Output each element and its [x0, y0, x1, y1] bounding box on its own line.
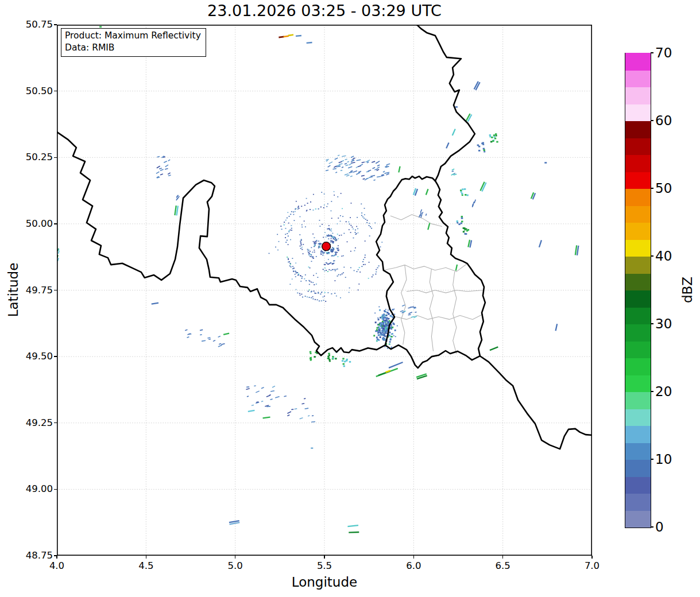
y-tick-label: 49.50: [17, 351, 53, 362]
grid-lines: [57, 25, 592, 556]
x-tick-mark: [146, 556, 146, 559]
x-tick-mark: [324, 556, 324, 559]
x-axis-label: Longitude: [57, 575, 592, 590]
colorbar-segment: [625, 324, 651, 341]
radar-figure: 23.01.2026 03:25 - 03:29 UTC Product: Ma…: [0, 0, 700, 597]
colorbar-segment: [625, 476, 651, 494]
colorbar-segment: [625, 104, 651, 121]
colorbar-tick-mark: [651, 255, 653, 256]
colorbar-segment: [625, 307, 651, 324]
product-info-box: Product: Maximum Reflectivity Data: RMIB: [61, 28, 206, 57]
y-tick-mark: [54, 555, 57, 556]
colorbar-tick-label: 50: [655, 180, 672, 196]
colorbar-segment: [625, 409, 651, 426]
colorbar-segment: [625, 53, 651, 70]
y-tick-label: 50.50: [17, 86, 53, 97]
regional-borders: [384, 215, 484, 354]
y-tick-mark: [54, 422, 57, 423]
colorbar-tick-mark: [651, 459, 653, 459]
colorbar-segment: [625, 375, 651, 392]
y-tick-mark: [54, 356, 57, 356]
x-tick-label: 6.0: [406, 560, 421, 571]
colorbar-segment: [625, 358, 651, 375]
y-tick-mark: [54, 223, 57, 224]
data-source-label: Data: RMIB: [65, 42, 201, 54]
colorbar-tick-label: 0: [655, 519, 664, 535]
colorbar-tick-mark: [651, 323, 653, 324]
colorbar-segment: [625, 425, 651, 443]
x-tick-mark: [56, 556, 57, 559]
colorbar-segment: [625, 510, 651, 528]
colorbar-tick-label: 10: [655, 451, 672, 467]
x-tick-label: 7.0: [585, 560, 600, 571]
figure-title: 23.01.2026 03:25 - 03:29 UTC: [57, 2, 592, 20]
colorbar-segment: [625, 188, 651, 206]
colorbar-tick-mark: [651, 391, 653, 391]
colorbar-segment: [625, 121, 651, 138]
x-tick-label: 5.5: [317, 560, 332, 571]
colorbar-segment: [625, 70, 651, 87]
y-tick-label: 49.00: [17, 483, 53, 495]
colorbar-tick-label: 70: [655, 45, 672, 61]
colorbar-segment: [625, 239, 651, 257]
y-tick-label: 48.75: [17, 550, 53, 561]
colorbar-segment: [625, 273, 651, 290]
x-tick-mark: [591, 556, 592, 559]
colorbar-segment: [625, 391, 651, 409]
colorbar-segment: [625, 138, 651, 155]
x-tick-mark: [502, 556, 503, 559]
y-tick-mark: [54, 290, 57, 290]
colorbar-segment: [625, 341, 651, 358]
x-tick-label: 4.0: [49, 560, 64, 571]
product-label: Product: Maximum Reflectivity: [65, 30, 201, 42]
colorbar-label: dBZ: [680, 277, 695, 303]
colorbar-tick-mark: [651, 188, 653, 188]
x-tick-mark: [235, 556, 235, 559]
x-tick-mark: [413, 556, 414, 559]
y-tick-label: 49.75: [17, 285, 53, 296]
colorbar-tick-label: 40: [655, 248, 672, 264]
colorbar-segment: [625, 172, 651, 189]
colorbar-segment: [625, 493, 651, 510]
x-tick-label: 4.5: [138, 560, 153, 571]
plot-canvas: [57, 25, 592, 556]
colorbar-segment: [625, 459, 651, 476]
y-tick-label: 50.75: [17, 19, 53, 30]
y-axis-label: Latitude: [6, 263, 21, 317]
y-tick-label: 50.25: [17, 152, 53, 163]
radar-site-marker: [322, 242, 331, 251]
colorbar: [625, 53, 651, 528]
y-tick-mark: [54, 157, 57, 158]
y-tick-mark: [54, 489, 57, 490]
x-tick-label: 6.5: [496, 560, 511, 571]
y-tick-mark: [54, 24, 57, 25]
map-plot-area: Product: Maximum Reflectivity Data: RMIB: [57, 25, 592, 556]
colorbar-segment: [625, 206, 651, 223]
colorbar-segment: [625, 222, 651, 239]
y-tick-mark: [54, 91, 57, 91]
colorbar-segment: [625, 290, 651, 307]
colorbar-segment: [625, 256, 651, 273]
echo-layer: [57, 26, 579, 532]
colorbar-tick-label: 30: [655, 316, 672, 332]
y-tick-label: 49.25: [17, 417, 53, 429]
colorbar-tick-label: 20: [655, 383, 672, 400]
x-tick-label: 5.0: [228, 560, 243, 571]
colorbar-tick-mark: [651, 526, 653, 527]
colorbar-segment: [625, 154, 651, 172]
colorbar-tick-mark: [651, 120, 653, 121]
y-tick-label: 50.00: [17, 218, 53, 230]
colorbar-segment: [625, 87, 651, 104]
colorbar-tick-label: 60: [655, 113, 672, 129]
colorbar-tick-mark: [651, 52, 653, 53]
colorbar-segment: [625, 443, 651, 460]
